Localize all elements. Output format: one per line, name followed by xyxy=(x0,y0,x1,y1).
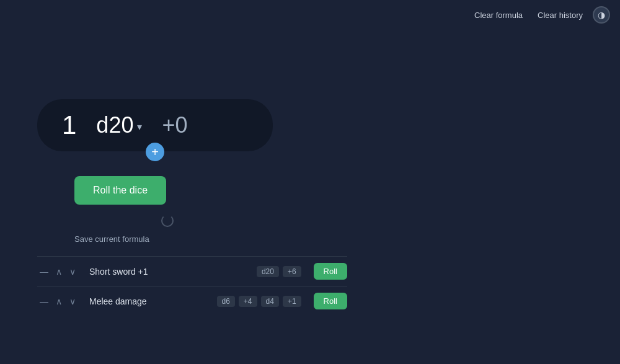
formula-down-button[interactable]: ∨ xyxy=(67,296,78,307)
modifier-display: +0 xyxy=(162,112,187,138)
dice-chip: d4 xyxy=(261,296,279,307)
formulas-section: — ∧ ∨ Short sword +1 d20 +6 Roll — xyxy=(37,256,347,316)
theme-icon: ◑ xyxy=(598,10,605,20)
down-arrow-icon: ∨ xyxy=(69,267,76,277)
loading-spinner xyxy=(161,215,174,227)
formula-name: Short sword +1 xyxy=(84,267,250,277)
formula-up-button[interactable]: ∧ xyxy=(53,296,64,307)
formula-roll-button[interactable]: Roll xyxy=(314,263,347,280)
formula-controls: — ∧ ∨ xyxy=(37,266,78,277)
formula-name: Melee damage xyxy=(84,296,211,306)
roll-button[interactable]: Roll the dice xyxy=(74,176,166,205)
minus-icon: — xyxy=(40,296,48,306)
chevron-down-icon: ▾ xyxy=(137,121,142,133)
formula-roll-button[interactable]: Roll xyxy=(314,293,347,309)
loading-spinner-container xyxy=(161,215,174,227)
dice-type-selector[interactable]: d20 ▾ xyxy=(96,112,142,138)
formula-dice: d20 +6 xyxy=(257,266,301,277)
dice-count: 1 xyxy=(62,110,76,140)
formula-row: — ∧ ∨ Short sword +1 d20 +6 Roll xyxy=(37,256,347,286)
formula-delete-button[interactable]: — xyxy=(37,266,51,277)
dice-chip: d20 xyxy=(257,266,279,277)
formula-controls: — ∧ ∨ xyxy=(37,296,78,307)
save-formula-link[interactable]: Save current formula xyxy=(74,234,149,244)
dice-chip: +4 xyxy=(239,296,257,307)
dice-chip: d6 xyxy=(217,296,235,307)
formula-up-button[interactable]: ∧ xyxy=(53,266,64,277)
formula-delete-button[interactable]: — xyxy=(37,296,51,307)
main-content: 1 d20 ▾ +0 + Roll the dice Save current … xyxy=(0,25,620,316)
theme-toggle-button[interactable]: ◑ xyxy=(593,6,610,24)
dice-roller: 1 d20 ▾ +0 + xyxy=(37,99,273,151)
formula-down-button[interactable]: ∨ xyxy=(67,266,78,277)
minus-icon: — xyxy=(40,267,48,277)
down-arrow-icon: ∨ xyxy=(69,296,76,306)
add-dice-button[interactable]: + xyxy=(146,143,164,161)
formula-row: — ∧ ∨ Melee damage d6 +4 d4 +1 Roll xyxy=(37,286,347,316)
formula-dice: d6 +4 d4 +1 xyxy=(217,296,301,307)
dice-chip: +1 xyxy=(283,296,301,307)
up-arrow-icon: ∧ xyxy=(56,296,62,306)
dice-type-label: d20 xyxy=(96,112,133,138)
dice-chip: +6 xyxy=(283,266,301,277)
clear-formula-button[interactable]: Clear formula xyxy=(469,8,528,22)
up-arrow-icon: ∧ xyxy=(56,267,62,277)
plus-icon: + xyxy=(151,146,159,158)
clear-history-button[interactable]: Clear history xyxy=(533,8,588,22)
